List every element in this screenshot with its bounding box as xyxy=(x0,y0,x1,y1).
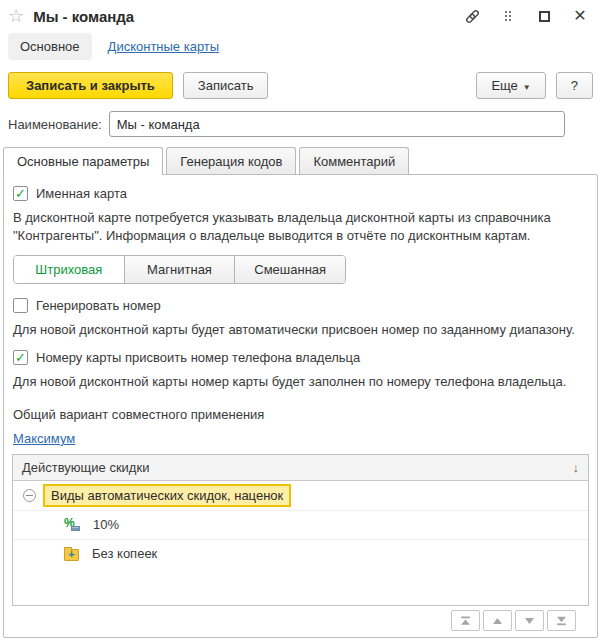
chevron-down-icon: ▼ xyxy=(523,83,531,92)
move-top-icon xyxy=(460,616,471,626)
named-card-label: Именная карта xyxy=(36,186,127,201)
checkbox-checked-icon: ✓ xyxy=(13,350,28,365)
named-card-checkbox[interactable]: ✓ Именная карта xyxy=(13,186,588,201)
plus-glyph: + xyxy=(68,549,74,560)
checkbox-unchecked-icon xyxy=(13,298,28,313)
close-icon[interactable]: ✕ xyxy=(571,7,589,25)
joint-application-link[interactable]: Максимум xyxy=(13,431,588,446)
move-down-icon xyxy=(524,617,535,625)
table-empty-area xyxy=(13,568,588,605)
tab-main-parameters[interactable]: Основные параметры xyxy=(3,147,163,175)
table-header-active-discounts[interactable]: Действующие скидки ↓ xyxy=(13,455,588,481)
tab-strip: Основные параметры Генерация кодов Комме… xyxy=(0,147,601,175)
card-type-barcode[interactable]: Штриховая xyxy=(14,256,125,283)
more-menu-icon[interactable] xyxy=(499,7,517,25)
discount-bar-icon xyxy=(71,526,80,531)
card-type-magnetic[interactable]: Магнитная xyxy=(125,256,236,283)
named-card-hint: В дисконтной карте потребуется указывать… xyxy=(13,209,588,245)
folder-plus-icon: + xyxy=(64,549,79,561)
name-field-row: Наименование: xyxy=(0,109,601,147)
nav-bar: Основное Дисконтные карты xyxy=(0,28,601,71)
nav-link-discount-cards[interactable]: Дисконтные карты xyxy=(108,39,220,54)
table-row-group[interactable]: Виды автоматических скидок, наценок xyxy=(13,481,588,510)
generate-number-label: Генерировать номер xyxy=(36,298,161,313)
sort-descending-icon: ↓ xyxy=(573,460,580,475)
collapse-group-icon[interactable] xyxy=(23,489,36,502)
card-type-mixed[interactable]: Смешанная xyxy=(235,256,345,283)
more-button-label: Еще xyxy=(491,78,517,93)
move-bottom-button[interactable] xyxy=(547,610,576,631)
maximize-square-icon xyxy=(539,11,550,22)
kebab-dots-icon xyxy=(505,11,511,21)
generate-number-hint: Для новой дисконтной карты будет автомат… xyxy=(13,321,588,339)
table-cell-label: 10% xyxy=(93,517,119,532)
name-input[interactable] xyxy=(109,111,565,137)
table-header-label: Действующие скидки xyxy=(22,460,149,475)
name-field-label: Наименование: xyxy=(8,117,102,132)
tab-comment[interactable]: Комментарий xyxy=(299,147,409,175)
save-and-close-button[interactable]: Записать и закрыть xyxy=(8,72,173,99)
table-cell-label: Без копеек xyxy=(92,546,157,561)
favorite-star-icon[interactable]: ☆ xyxy=(8,7,24,25)
move-up-button[interactable] xyxy=(483,610,512,631)
move-down-button[interactable] xyxy=(515,610,544,631)
nav-item-main[interactable]: Основное xyxy=(8,33,92,60)
phone-number-hint: Для новой дисконтной карты номер карты б… xyxy=(13,373,588,391)
chain-icon xyxy=(464,8,481,25)
card-type-segmented-control: Штриховая Магнитная Смешанная xyxy=(13,255,346,284)
help-button[interactable]: ? xyxy=(556,72,593,99)
tab-code-generation[interactable]: Генерация кодов xyxy=(166,147,296,175)
main-panel: ✓ Именная карта В дисконтной карте потре… xyxy=(3,174,598,638)
phone-number-label: Номеру карты присвоить номер телефона вл… xyxy=(36,350,360,365)
check-icon: ✓ xyxy=(15,351,26,364)
move-bottom-icon xyxy=(556,616,567,626)
command-bar: Записать и закрыть Записать Еще▼ ? xyxy=(0,71,601,109)
table-row[interactable]: % 10% xyxy=(13,510,588,539)
table-move-buttons xyxy=(12,606,589,631)
phone-number-checkbox[interactable]: ✓ Номеру карты присвоить номер телефона … xyxy=(13,350,588,365)
active-discounts-table: Действующие скидки ↓ Виды автоматических… xyxy=(12,454,589,606)
page-title: Мы - команда xyxy=(33,8,463,25)
move-top-button[interactable] xyxy=(451,610,480,631)
joint-application-label: Общий вариант совместного применения xyxy=(13,407,588,422)
get-link-icon[interactable] xyxy=(463,7,481,25)
table-row[interactable]: + Без копеек xyxy=(13,539,588,568)
checkbox-checked-icon: ✓ xyxy=(13,186,28,201)
generate-number-checkbox[interactable]: Генерировать номер xyxy=(13,298,588,313)
window-header: ☆ Мы - команда ✕ xyxy=(0,0,601,28)
move-up-icon xyxy=(492,617,503,625)
window-controls: ✕ xyxy=(463,7,589,25)
selected-group-cell[interactable]: Виды автоматических скидок, наценок xyxy=(43,484,291,507)
percent-discount-icon: % xyxy=(64,518,80,532)
check-icon: ✓ xyxy=(15,187,26,200)
save-button[interactable]: Записать xyxy=(183,72,269,99)
more-button[interactable]: Еще▼ xyxy=(476,72,545,99)
maximize-icon[interactable] xyxy=(535,7,553,25)
